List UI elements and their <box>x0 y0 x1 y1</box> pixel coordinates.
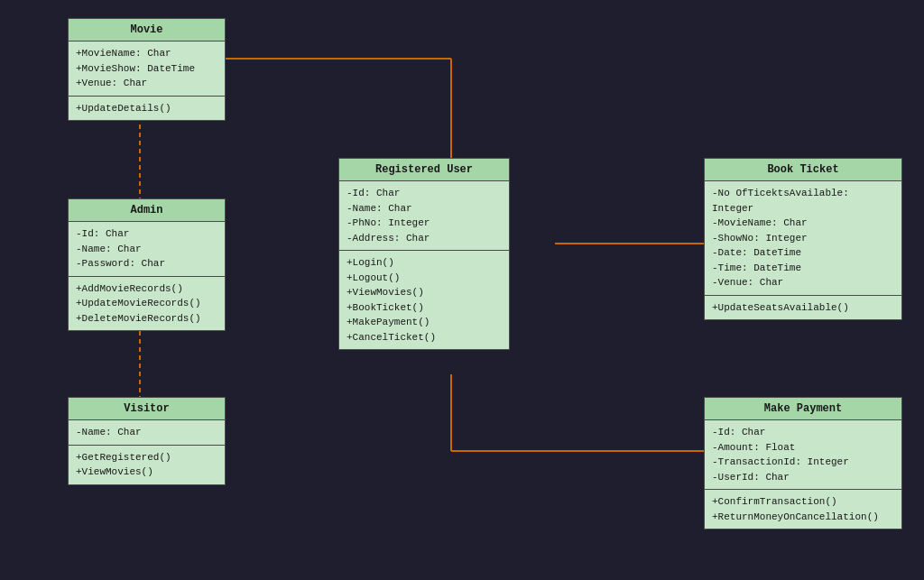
class-admin-title: Admin <box>69 199 225 222</box>
admin-method-1: +AddMovieRecords() <box>76 281 217 297</box>
movie-attr-3: +Venue: Char <box>76 76 217 91</box>
admin-method-2: +UpdateMovieRecords() <box>76 296 217 311</box>
mp-attr-3: -TransactionId: Integer <box>712 455 894 470</box>
mp-method-1: +ConfirmTransaction() <box>712 494 894 510</box>
class-visitor: Visitor -Name: Char +GetRegistered() +Vi… <box>68 397 226 485</box>
class-admin: Admin -Id: Char -Name: Char -Password: C… <box>68 198 226 331</box>
ru-attr-1: -Id: Char <box>346 186 502 201</box>
mp-attr-2: -Amount: Float <box>712 440 894 456</box>
movie-method-1: +UpdateDetails() <box>76 101 217 116</box>
bt-attr-3: -ShowNo: Integer <box>712 231 894 246</box>
class-visitor-title: Visitor <box>69 398 225 420</box>
admin-attr-2: -Name: Char <box>76 242 217 257</box>
movie-attr-2: +MovieShow: DateTime <box>76 61 217 77</box>
bt-method-1: +UpdateSeatsAvailable() <box>712 300 894 316</box>
class-visitor-attributes: -Name: Char <box>69 420 225 446</box>
bt-attr-1: -No OfTicektsAvailable: Integer <box>712 186 894 216</box>
class-make-payment-title: Make Payment <box>705 398 901 420</box>
movie-attr-1: +MovieName: Char <box>76 46 217 61</box>
mp-attr-4: -UserId: Char <box>712 470 894 485</box>
class-registered-user-methods: +Login() +Logout() +ViewMovies() +BookTi… <box>339 251 509 349</box>
class-make-payment-attributes: -Id: Char -Amount: Float -TransactionId:… <box>705 420 901 490</box>
class-book-ticket-attributes: -No OfTicektsAvailable: Integer -MovieNa… <box>705 181 901 296</box>
class-movie-methods: +UpdateDetails() <box>69 97 225 121</box>
ru-attr-3: -PhNo: Integer <box>346 216 502 231</box>
class-admin-methods: +AddMovieRecords() +UpdateMovieRecords()… <box>69 277 225 331</box>
class-movie-title: Movie <box>69 19 225 41</box>
ru-attr-2: -Name: Char <box>346 201 502 216</box>
class-movie-attributes: +MovieName: Char +MovieShow: DateTime +V… <box>69 41 225 97</box>
ru-method-6: +CancelTicket() <box>346 330 502 345</box>
class-book-ticket-methods: +UpdateSeatsAvailable() <box>705 296 901 320</box>
bt-attr-5: -Time: DateTime <box>712 261 894 276</box>
admin-attr-1: -Id: Char <box>76 226 217 242</box>
bt-attr-2: -MovieName: Char <box>712 216 894 231</box>
mp-attr-1: -Id: Char <box>712 425 894 440</box>
class-make-payment: Make Payment -Id: Char -Amount: Float -T… <box>704 397 902 529</box>
visitor-method-1: +GetRegistered() <box>76 450 217 465</box>
ru-method-4: +BookTicket() <box>346 300 502 316</box>
class-visitor-methods: +GetRegistered() +ViewMovies() <box>69 446 225 484</box>
ru-method-1: +Login() <box>346 255 502 271</box>
mp-method-2: +ReturnMoneyOnCancellation() <box>712 510 894 525</box>
class-registered-user-attributes: -Id: Char -Name: Char -PhNo: Integer -Ad… <box>339 181 509 251</box>
visitor-attr-1: -Name: Char <box>76 425 217 440</box>
diagram-container: Movie +MovieName: Char +MovieShow: DateT… <box>0 0 924 580</box>
class-movie: Movie +MovieName: Char +MovieShow: DateT… <box>68 18 226 121</box>
class-book-ticket: Book Ticket -No OfTicektsAvailable: Inte… <box>704 158 902 320</box>
class-registered-user-title: Registered User <box>339 159 509 181</box>
ru-attr-4: -Address: Char <box>346 231 502 246</box>
admin-method-3: +DeleteMovieRecords() <box>76 311 217 327</box>
class-registered-user: Registered User -Id: Char -Name: Char -P… <box>338 158 510 350</box>
bt-attr-6: -Venue: Char <box>712 275 894 290</box>
ru-method-2: +Logout() <box>346 271 502 286</box>
ru-method-3: +ViewMovies() <box>346 285 502 300</box>
class-make-payment-methods: +ConfirmTransaction() +ReturnMoneyOnCanc… <box>705 490 901 529</box>
class-admin-attributes: -Id: Char -Name: Char -Password: Char <box>69 222 225 277</box>
visitor-method-2: +ViewMovies() <box>76 465 217 480</box>
bt-attr-4: -Date: DateTime <box>712 245 894 261</box>
ru-method-5: +MakePayment() <box>346 315 502 330</box>
admin-attr-3: -Password: Char <box>76 256 217 272</box>
class-book-ticket-title: Book Ticket <box>705 159 901 181</box>
